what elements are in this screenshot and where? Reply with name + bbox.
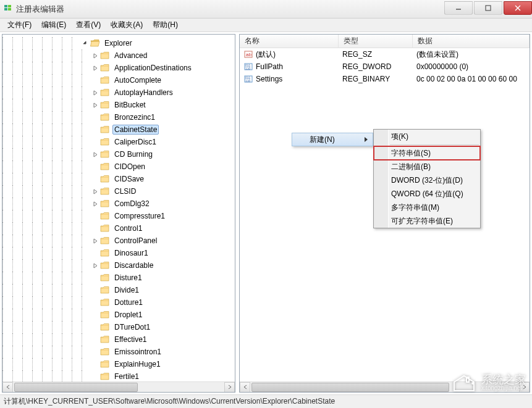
- value-type: REG_DWORD: [339, 62, 413, 71]
- expander-placeholder: [91, 373, 99, 380]
- header-data[interactable]: 数据: [413, 35, 530, 48]
- expander-placeholder: [91, 212, 99, 220]
- tree-node[interactable]: DTureDot1: [2, 321, 235, 333]
- menu-favorites[interactable]: 收藏夹(A): [106, 19, 148, 31]
- tree-node[interactable]: CabinetState: [2, 123, 235, 136]
- tree-node[interactable]: Compressture1: [2, 210, 235, 222]
- tree-label: Emissointron1: [112, 347, 163, 357]
- expander-placeholder: [91, 360, 99, 368]
- tree-node[interactable]: CLSID: [2, 185, 235, 198]
- tree-label: Advanced: [112, 51, 149, 60]
- expander-placeholder: [91, 126, 99, 133]
- menubar: 文件(F) 编辑(E) 查看(V) 收藏夹(A) 帮助(H): [0, 19, 532, 32]
- close-button[interactable]: [504, 1, 532, 15]
- scroll-right-icon[interactable]: [519, 382, 530, 393]
- submenu-item[interactable]: 项(K): [374, 130, 480, 143]
- tree-label: Dinosaur1: [112, 248, 150, 258]
- values-hscrollbar[interactable]: [240, 381, 530, 392]
- expander-placeholder: [91, 299, 99, 306]
- collapse-icon[interactable]: [82, 40, 89, 47]
- tree-label: Control1: [112, 223, 144, 233]
- submenu-item[interactable]: 字符串值(S): [374, 146, 480, 160]
- tree-node[interactable]: Bronzezinc1: [2, 111, 235, 123]
- expand-icon[interactable]: [91, 89, 99, 96]
- expand-icon[interactable]: [91, 262, 99, 269]
- expander-placeholder: [91, 274, 99, 281]
- svg-rect-5: [486, 6, 491, 10]
- scroll-left-icon[interactable]: [240, 382, 250, 393]
- tree-node[interactable]: Emissointron1: [2, 346, 235, 358]
- tree-node[interactable]: ExplainHuge1: [2, 358, 235, 370]
- tree-node[interactable]: CIDOpen: [2, 160, 235, 173]
- minimize-button[interactable]: [444, 1, 473, 15]
- tree-node[interactable]: CIDSave: [2, 173, 235, 185]
- tree-label: Dotture1: [112, 298, 145, 307]
- tree-node[interactable]: CaliperDisc1: [2, 136, 235, 148]
- svg-text:ab: ab: [246, 52, 251, 57]
- tree-node[interactable]: Discardable: [2, 259, 235, 272]
- scroll-thumb[interactable]: [14, 383, 138, 392]
- tree-node[interactable]: AutoComplete: [2, 74, 235, 86]
- values-list[interactable]: ab(默认)REG_SZ(数值未设置)011110FullPathREG_DWO…: [240, 48, 530, 381]
- expander-placeholder: [91, 138, 99, 146]
- submenu-separator: [390, 144, 479, 145]
- tree-node[interactable]: Advanced: [2, 49, 235, 62]
- tree-node[interactable]: Dinosaur1: [2, 247, 235, 259]
- tree-node[interactable]: AutoplayHandlers: [2, 86, 235, 99]
- context-new[interactable]: 新建(N): [292, 133, 373, 146]
- expand-icon[interactable]: [91, 52, 99, 59]
- tree-node[interactable]: Divide1: [2, 284, 235, 296]
- header-name[interactable]: 名称: [240, 35, 339, 48]
- value-row[interactable]: ab(默认)REG_SZ(数值未设置): [240, 48, 530, 60]
- maximize-button[interactable]: [474, 1, 502, 15]
- tree-node[interactable]: BitBucket: [2, 99, 235, 111]
- menu-view[interactable]: 查看(V): [71, 19, 106, 31]
- expand-icon[interactable]: [91, 237, 99, 244]
- tree-node[interactable]: Control1: [2, 222, 235, 235]
- submenu-label: 可扩充字符串值(E): [391, 216, 453, 227]
- menu-help[interactable]: 帮助(H): [148, 19, 183, 31]
- value-data: 0x00000000 (0): [413, 62, 530, 71]
- tree-node[interactable]: Fertile1: [2, 370, 235, 381]
- scroll-right-icon[interactable]: [224, 382, 235, 393]
- scroll-left-icon[interactable]: [2, 382, 13, 393]
- registry-tree[interactable]: ExplorerAdvancedApplicationDestinationsA…: [2, 35, 235, 381]
- scroll-track[interactable]: [13, 382, 224, 393]
- tree-label: AutoComplete: [112, 75, 163, 85]
- menu-file[interactable]: 文件(F): [2, 19, 36, 31]
- tree-node[interactable]: ApplicationDestinations: [2, 62, 235, 74]
- tree-label: Compressture1: [112, 211, 167, 221]
- binary-value-icon: 011110: [243, 62, 253, 71]
- expand-icon[interactable]: [91, 151, 99, 158]
- tree-node[interactable]: Droplet1: [2, 309, 235, 321]
- tree-label: Discardable: [112, 260, 155, 270]
- tree-node[interactable]: Disture1: [2, 272, 235, 284]
- tree-node[interactable]: ControlPanel: [2, 235, 235, 247]
- statusbar: 计算机\HKEY_CURRENT_USER\Software\Microsoft…: [0, 394, 532, 408]
- scroll-thumb[interactable]: [251, 383, 449, 392]
- tree-node[interactable]: Dotture1: [2, 296, 235, 309]
- submenu-item[interactable]: 多字符串值(M): [374, 201, 480, 214]
- scroll-track[interactable]: [250, 382, 519, 393]
- svg-rect-3: [8, 8, 11, 10]
- tree-hscrollbar[interactable]: [2, 381, 235, 392]
- tree-node-root[interactable]: Explorer: [2, 37, 235, 49]
- header-type[interactable]: 类型: [339, 35, 413, 48]
- value-data: (数值未设置): [413, 49, 530, 60]
- expand-icon[interactable]: [91, 200, 99, 207]
- svg-text:110: 110: [245, 67, 251, 70]
- expander-placeholder: [91, 163, 99, 170]
- tree-node[interactable]: CD Burning: [2, 148, 235, 160]
- value-row[interactable]: 011110SettingsREG_BINARY0c 00 02 00 0a 0…: [240, 73, 530, 85]
- expand-icon[interactable]: [91, 188, 99, 195]
- tree-node[interactable]: ComDlg32: [2, 198, 235, 210]
- value-row[interactable]: 011110FullPathREG_DWORD0x00000000 (0): [240, 60, 530, 73]
- submenu-item[interactable]: 可扩充字符串值(E): [374, 214, 480, 228]
- submenu-item[interactable]: 二进制值(B): [374, 160, 480, 173]
- tree-node[interactable]: Effective1: [2, 333, 235, 346]
- submenu-item[interactable]: DWORD (32-位)值(D): [374, 173, 480, 187]
- submenu-item[interactable]: QWORD (64 位)值(Q): [374, 187, 480, 201]
- menu-edit[interactable]: 编辑(E): [36, 19, 71, 31]
- expand-icon[interactable]: [91, 64, 99, 72]
- expand-icon[interactable]: [91, 101, 99, 109]
